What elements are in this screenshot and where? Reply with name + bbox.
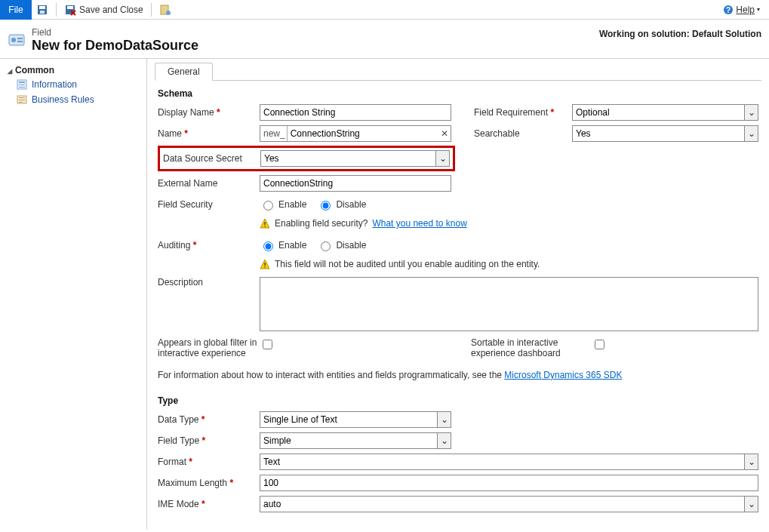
sortable-dashboard-checkbox[interactable] xyxy=(595,340,604,349)
field-type-select[interactable]: Simple xyxy=(260,432,451,449)
field-security-link[interactable]: What you need to know xyxy=(372,218,466,229)
format-select[interactable]: Text xyxy=(260,454,758,470)
sidebar-item-information[interactable]: Information xyxy=(0,77,146,92)
svg-rect-25 xyxy=(264,263,265,266)
field-entity-icon xyxy=(8,32,26,50)
section-type-header: Type xyxy=(147,388,769,409)
label-ime-mode: IME Mode xyxy=(158,499,260,509)
svg-rect-11 xyxy=(17,38,23,39)
help-icon: ? xyxy=(723,5,734,15)
label-name: Name xyxy=(158,128,260,139)
name-prefix: new_ xyxy=(260,126,288,141)
warning-icon xyxy=(260,218,270,229)
maximum-length-input[interactable] xyxy=(260,475,758,491)
label-data-source-secret: Data Source Secret xyxy=(163,153,260,164)
tab-bar: General xyxy=(155,62,761,81)
svg-rect-4 xyxy=(67,6,73,9)
rules-icon xyxy=(17,94,27,105)
sidebar: Common Information Business Rules xyxy=(0,59,147,530)
sidebar-item-label: Business Rules xyxy=(32,94,94,105)
searchable-select[interactable]: Yes xyxy=(572,125,758,142)
label-format: Format xyxy=(158,457,260,467)
help-label: Help xyxy=(736,5,755,15)
name-input-wrapper: new_ ✕ xyxy=(260,125,451,142)
toolbar-separator xyxy=(56,3,57,17)
sidebar-group-common[interactable]: Common xyxy=(0,63,146,77)
tab-general[interactable]: General xyxy=(155,63,213,81)
name-input[interactable] xyxy=(288,126,451,141)
svg-text:?: ? xyxy=(726,6,731,14)
svg-rect-20 xyxy=(19,102,23,103)
help-menu[interactable]: ? Help ▾ xyxy=(723,5,769,15)
auditing-warning: This field will not be audited until you… xyxy=(260,256,758,275)
warning-text: This field will not be audited until you… xyxy=(275,259,540,269)
chevron-down-icon: ▾ xyxy=(757,6,760,13)
save-and-close-label: Save and Close xyxy=(79,5,143,15)
field-security-enable[interactable]: Enable xyxy=(260,198,306,211)
page-header: Field New for DemoDataSource Working on … xyxy=(0,20,769,58)
save-icon xyxy=(36,4,48,16)
properties-button[interactable] xyxy=(155,0,176,20)
svg-rect-23 xyxy=(264,226,265,226)
label-field-security: Field Security xyxy=(158,199,260,210)
save-close-icon xyxy=(64,4,76,16)
properties-icon xyxy=(159,4,171,16)
svg-rect-26 xyxy=(264,266,265,267)
clear-icon[interactable]: ✕ xyxy=(441,128,448,139)
label-searchable: Searchable xyxy=(474,128,572,139)
display-name-input[interactable] xyxy=(260,104,451,121)
label-maximum-length: Maximum Length xyxy=(158,478,260,488)
radio-label: Enable xyxy=(278,240,306,251)
external-name-input[interactable] xyxy=(260,175,451,192)
label-auditing: Auditing xyxy=(158,240,260,251)
svg-rect-12 xyxy=(17,41,23,42)
label-field-requirement: Field Requirement xyxy=(474,107,572,118)
toolbar: File Save and Close ? Help ▾ xyxy=(0,0,769,20)
svg-rect-14 xyxy=(19,81,25,83)
sidebar-item-business-rules[interactable]: Business Rules xyxy=(0,92,146,107)
data-type-select[interactable]: Single Line of Text xyxy=(260,411,451,428)
save-and-close-button[interactable]: Save and Close xyxy=(60,0,148,20)
save-button[interactable] xyxy=(32,0,53,20)
data-source-secret-select[interactable]: Yes xyxy=(260,150,450,167)
global-filter-checkbox[interactable] xyxy=(263,340,272,349)
radio-label: Disable xyxy=(336,240,366,251)
warning-icon xyxy=(260,259,270,269)
label-display-name: Display Name xyxy=(158,107,260,118)
sdk-info-line: For information about how to interact wi… xyxy=(147,367,769,388)
svg-rect-1 xyxy=(39,6,45,9)
field-security-disable[interactable]: Disable xyxy=(317,198,366,211)
label-description: Description xyxy=(158,277,260,288)
toolbar-separator xyxy=(151,3,152,17)
svg-rect-15 xyxy=(19,85,25,85)
svg-rect-18 xyxy=(19,97,25,98)
warning-text: Enabling field security? xyxy=(275,218,368,229)
entity-kind-label: Field xyxy=(32,27,198,38)
label-data-type: Data Type xyxy=(158,414,260,425)
label-sortable-dashboard: Sortable in interactive experience dashb… xyxy=(471,337,592,359)
svg-rect-2 xyxy=(40,11,45,14)
auditing-disable[interactable]: Disable xyxy=(317,239,366,251)
section-schema-header: Schema xyxy=(147,81,769,102)
label-global-filter: Appears in global filter in interactive … xyxy=(158,337,260,359)
radio-label: Enable xyxy=(278,199,306,210)
solution-context: Working on solution: Default Solution xyxy=(599,27,761,39)
svg-rect-19 xyxy=(19,100,25,100)
description-textarea[interactable] xyxy=(260,277,758,331)
sdk-link[interactable]: Microsoft Dynamics 365 SDK xyxy=(504,370,622,380)
page-title: New for DemoDataSource xyxy=(32,38,198,54)
label-external-name: External Name xyxy=(158,178,260,189)
file-menu-button[interactable]: File xyxy=(0,0,32,20)
form-icon xyxy=(17,79,27,90)
radio-label: Disable xyxy=(336,199,366,210)
ime-mode-select[interactable]: auto xyxy=(260,496,758,512)
content-area: General Schema Display Name Field Requir… xyxy=(147,59,769,530)
svg-rect-16 xyxy=(19,87,25,88)
auditing-enable[interactable]: Enable xyxy=(260,239,306,251)
field-security-warning: Enabling field security? What you need t… xyxy=(260,215,758,235)
svg-point-10 xyxy=(11,38,16,42)
info-text: For information about how to interact wi… xyxy=(158,370,504,380)
sidebar-item-label: Information xyxy=(32,79,77,90)
svg-point-6 xyxy=(166,11,171,15)
field-requirement-select[interactable]: Optional xyxy=(572,104,758,121)
